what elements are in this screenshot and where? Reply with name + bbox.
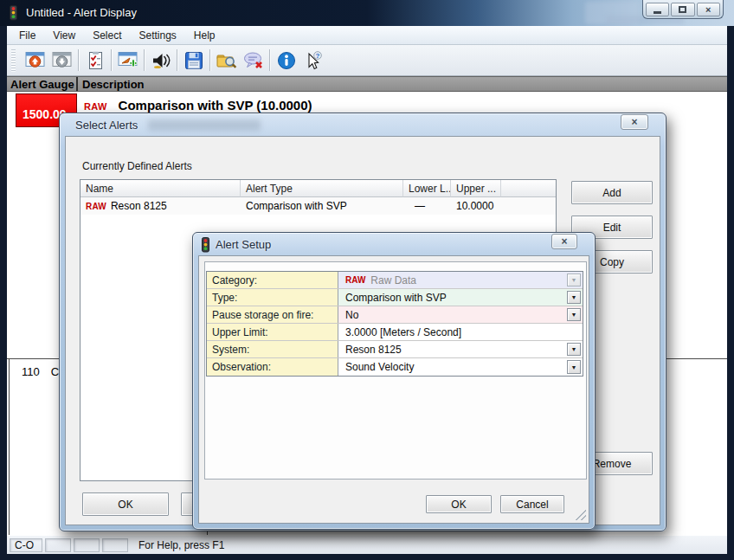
close-button[interactable]: × [697, 3, 720, 16]
menu-settings[interactable]: Settings [131, 27, 185, 44]
upper-limit-input[interactable]: 3.0000 [Meters / Second] [338, 324, 583, 340]
status-cell-mode: C-O [10, 538, 42, 552]
close-button[interactable]: × [551, 234, 577, 249]
close-icon: × [561, 235, 567, 248]
ok-button[interactable]: OK [82, 492, 169, 516]
alert-setup-dialog: Alert Setup × Category: RAW Raw Data ▼ T… [192, 232, 596, 530]
alert-name: Reson 8125 [111, 200, 167, 212]
field-value: Sound Velocity [345, 361, 414, 373]
toolbar-separator [78, 49, 79, 71]
raise-alert-window-button[interactable] [22, 48, 48, 73]
dialog-body: Category: RAW Raw Data ▼ Type: Compariso… [198, 255, 589, 524]
alert-checklist-button[interactable] [81, 48, 108, 73]
column-header-lower-limit[interactable]: Lower L... [403, 180, 451, 197]
pause-storage-dropdown[interactable]: No ▼ [338, 306, 583, 323]
column-header-alert-type[interactable]: Alert Type [241, 180, 403, 197]
save-button[interactable] [180, 48, 207, 73]
close-button[interactable]: × [621, 114, 648, 130]
field-label: Upper Limit: [207, 324, 338, 340]
field-row-system: System: Reson 8125 ▼ [207, 341, 583, 358]
alert-category-badge: RAW [84, 101, 107, 112]
about-button[interactable] [273, 48, 299, 73]
floppy-disk-icon [184, 51, 203, 70]
add-button[interactable]: Add [571, 181, 653, 204]
column-header-upper-limit[interactable]: Upper ... [451, 180, 501, 197]
observation-dropdown[interactable]: Sound Velocity ▼ [338, 358, 583, 376]
window-down-icon [52, 51, 73, 69]
menu-select[interactable]: Select [84, 27, 130, 44]
field-label: Category: [207, 272, 338, 288]
clear-messages-button[interactable] [240, 48, 267, 73]
category-dropdown[interactable]: RAW Raw Data ▼ [338, 272, 583, 288]
maximize-icon [679, 6, 686, 13]
field-row-category: Category: RAW Raw Data ▼ [207, 272, 583, 289]
ok-button[interactable]: OK [426, 495, 492, 513]
find-alert-button[interactable] [213, 48, 240, 73]
alert-list-header: Alert Gauge Description [7, 76, 727, 92]
gauge-reading: 110 [22, 365, 40, 378]
field-value: 3.0000 [Meters / Second] [345, 326, 461, 338]
toolbar-separator [269, 49, 270, 71]
chevron-down-icon[interactable]: ▼ [567, 343, 581, 356]
field-label: Type: [207, 289, 338, 306]
status-bar: C-O For Help, press F1 [7, 535, 727, 554]
titlebar[interactable]: Untitled - Alert Display × [0, 0, 734, 26]
app-window: Untitled - Alert Display × File View Sel… [0, 0, 734, 560]
field-value: Reson 8125 [345, 344, 402, 356]
menu-file[interactable]: File [10, 27, 44, 44]
system-dropdown[interactable]: Reson 8125 ▼ [338, 341, 583, 357]
cancel-button[interactable]: Cancel [500, 495, 564, 513]
close-icon: × [631, 116, 637, 128]
menu-bar: File View Select Settings Help [7, 26, 727, 45]
alert-row[interactable]: RAW Comparison with SVP (10.0000) [84, 98, 312, 113]
ghost-window-artifact [148, 119, 261, 131]
info-icon [277, 51, 296, 70]
toolbar-separator [177, 49, 177, 71]
window-controls: × [642, 0, 724, 19]
toolbar-separator [144, 49, 145, 71]
sound-alarm-button[interactable] [147, 48, 174, 73]
toolbar-separator [209, 49, 210, 71]
maximize-button[interactable] [671, 3, 694, 16]
field-value: Raw Data [370, 274, 416, 286]
column-header-alert-gauge[interactable]: Alert Gauge [7, 77, 78, 91]
column-header-filler [501, 180, 556, 197]
minimize-icon [654, 11, 661, 14]
chevron-down-icon[interactable]: ▼ [567, 291, 581, 304]
menu-help[interactable]: Help [185, 27, 224, 44]
close-icon: × [705, 4, 711, 15]
lower-alert-window-button[interactable] [48, 48, 75, 73]
toolbar-grip[interactable] [11, 49, 16, 72]
table-header: Name Alert Type Lower L... Upper ... [80, 180, 556, 197]
help-cursor-icon: ? [303, 50, 324, 70]
column-header-name[interactable]: Name [80, 180, 241, 197]
window-title: Untitled - Alert Display [26, 6, 137, 19]
status-cell [45, 538, 71, 552]
chevron-down-icon[interactable]: ▼ [567, 360, 581, 374]
column-header-description[interactable]: Description [78, 77, 145, 91]
dialog-title[interactable]: Select Alerts [75, 119, 138, 132]
type-dropdown[interactable]: Comparison with SVP ▼ [338, 289, 583, 306]
menu-view[interactable]: View [44, 27, 84, 44]
speech-bubble-x-icon [243, 51, 264, 70]
context-help-button[interactable]: ? [299, 48, 326, 73]
alert-category-badge: RAW [86, 202, 106, 211]
dialog-title[interactable]: Alert Setup [216, 238, 271, 251]
field-row-observation: Observation: Sound Velocity ▼ [207, 358, 583, 376]
chevron-down-icon: ▼ [567, 274, 581, 286]
upper-limit-cell: 10.0000 [451, 200, 501, 212]
minimize-button[interactable] [646, 3, 669, 16]
chevron-down-icon[interactable]: ▼ [567, 308, 581, 321]
lower-limit-cell: — [403, 200, 451, 212]
svg-text:?: ? [315, 52, 319, 60]
speaker-icon [151, 51, 171, 70]
resize-grip[interactable] [575, 509, 586, 520]
field-row-type: Type: Comparison with SVP ▼ [207, 289, 583, 306]
table-row[interactable]: RAW Reson 8125 Comparison with SVP — 10.… [80, 197, 556, 215]
alert-type-cell: Comparison with SVP [241, 200, 403, 212]
folder-search-icon [216, 51, 237, 70]
status-cell [74, 538, 100, 552]
status-help-text: For Help, press F1 [138, 539, 224, 551]
checklist-icon [86, 51, 105, 70]
add-alert-window-button[interactable] [114, 48, 141, 73]
